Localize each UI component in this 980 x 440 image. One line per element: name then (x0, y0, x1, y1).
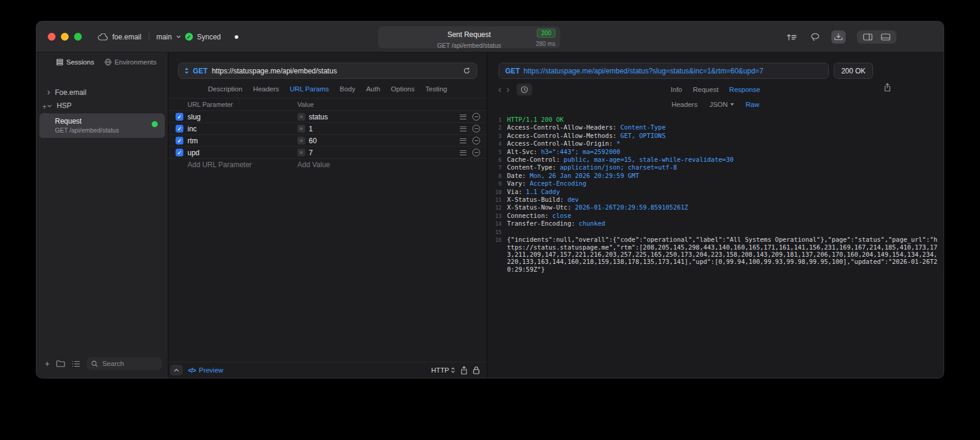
zoom-window-button[interactable] (74, 33, 82, 41)
tree-item-label: Foe.email (55, 88, 87, 97)
close-window-button[interactable] (48, 33, 56, 41)
lock-icon[interactable] (473, 366, 480, 374)
tree-item-label: HSP (57, 101, 72, 110)
add-param-row[interactable]: Add URL Parameter Add Value (168, 159, 487, 171)
branch-name[interactable]: main (156, 33, 172, 41)
response-subtab-raw[interactable]: Raw (746, 101, 760, 108)
new-folder-icon[interactable] (56, 360, 65, 367)
method-updown-icon[interactable] (185, 67, 189, 74)
response-tab-request[interactable]: Request (693, 86, 718, 93)
param-name[interactable]: slug (183, 113, 297, 121)
param-enabled-checkbox[interactable] (176, 149, 183, 156)
line-number: 15 (489, 228, 502, 236)
refresh-icon[interactable] (463, 67, 471, 75)
request-tab-auth[interactable]: Auth (366, 85, 380, 93)
line-number: 10 (489, 188, 502, 196)
add-request-button[interactable]: + (45, 360, 50, 367)
request-tab-body[interactable]: Body (340, 85, 355, 93)
line-number: 9 (489, 180, 502, 187)
value-type-icon[interactable] (297, 137, 305, 144)
request-tab-bar: DescriptionHeadersURL ParamsBodyAuthOpti… (168, 79, 487, 99)
line-number: 6 (489, 156, 502, 164)
reorder-handle-icon[interactable] (460, 139, 466, 143)
sidebar-request-item[interactable]: Request GET /api/embed/status (39, 113, 165, 138)
synced-check-icon: ✓ (185, 33, 193, 41)
chevron-down-icon[interactable] (176, 35, 181, 38)
response-tab-info[interactable]: Info (671, 86, 682, 93)
param-row: upd 7 (168, 147, 487, 159)
sync-status-label[interactable]: Synced (197, 33, 221, 41)
export-box-icon[interactable] (831, 30, 846, 44)
param-value[interactable]: status (309, 113, 328, 121)
param-enabled-checkbox[interactable] (176, 137, 183, 144)
param-value[interactable]: 60 (309, 137, 317, 145)
share-icon[interactable] (460, 366, 468, 375)
response-pane: GET https://statuspage.me/api/embed/stat… (487, 53, 944, 378)
response-subtab-json[interactable]: JSON (709, 101, 734, 108)
request-item-title: Request (55, 117, 159, 125)
reorder-handle-icon[interactable] (460, 115, 466, 119)
request-method[interactable]: GET (193, 67, 208, 75)
sort-order-icon[interactable] (784, 31, 799, 44)
chevron-down-icon[interactable] (47, 104, 52, 107)
history-back-button[interactable]: ‹ (496, 85, 504, 94)
panel-right-icon[interactable] (863, 33, 873, 41)
response-url-bar[interactable]: GET https://statuspage.me/api/embed/stat… (499, 63, 829, 79)
param-value[interactable]: 7 (309, 149, 313, 157)
request-tab-url-params[interactable]: URL Params (290, 85, 328, 93)
chevron-right-icon[interactable] (47, 90, 50, 95)
param-enabled-checkbox[interactable] (176, 125, 183, 133)
tree-item-hsp[interactable]: HSP (36, 99, 168, 112)
request-tab-headers[interactable]: Headers (253, 85, 279, 93)
response-code[interactable]: 1HTTP/1.1 200 OK2Access-Control-Allow-He… (487, 113, 944, 378)
param-name[interactable]: rtm (183, 137, 297, 145)
param-value[interactable]: 1 (309, 125, 313, 133)
response-subtab-headers[interactable]: Headers (671, 101, 697, 108)
lasso-icon[interactable] (808, 30, 822, 44)
history-forward-button[interactable]: › (504, 85, 512, 94)
tree-item-foe-email[interactable]: Foe.email (36, 86, 168, 99)
column-header-name: URL Parameter (168, 101, 297, 108)
preview-label: Preview (199, 367, 223, 374)
export-response-icon[interactable] (884, 83, 891, 92)
add-param-name-placeholder[interactable]: Add URL Parameter (168, 161, 297, 169)
reorder-handle-icon[interactable] (460, 150, 466, 155)
protocol-selector[interactable]: HTTP (431, 367, 455, 374)
request-footer: </> Preview HTTP (168, 362, 487, 378)
value-type-icon[interactable] (297, 113, 305, 121)
sent-request-summary[interactable]: Sent Request 200 GET /api/embed/status 2… (378, 26, 560, 48)
remove-param-button[interactable] (472, 149, 480, 156)
request-tab-testing[interactable]: Testing (425, 85, 447, 93)
param-enabled-checkbox[interactable] (176, 113, 183, 121)
remove-param-button[interactable] (472, 125, 480, 133)
request-tab-options[interactable]: Options (391, 85, 415, 93)
request-url-bar[interactable]: GET https://statuspage.me/api/embed/stat… (178, 63, 477, 79)
param-name[interactable]: inc (183, 125, 297, 133)
sidebar-search[interactable] (87, 357, 162, 370)
params-empty-area (168, 171, 487, 362)
remove-param-button[interactable] (472, 113, 480, 121)
history-clock-button[interactable] (517, 84, 532, 96)
project-name[interactable]: foe.email (112, 33, 142, 41)
line-number: 2 (489, 124, 502, 131)
request-url[interactable]: https://statuspage.me/api/embed/status (212, 67, 459, 75)
titlebar: foe.email main ✓ Synced Sent Request 200… (36, 21, 944, 53)
panel-bottom-icon[interactable] (881, 33, 890, 41)
search-input[interactable] (101, 359, 157, 368)
sidebar-tab-label: Environments (115, 59, 156, 66)
response-tab-response[interactable]: Response (729, 86, 760, 93)
param-name[interactable]: upd (183, 149, 297, 157)
sidebar-tab-environments[interactable]: Environments (105, 59, 156, 66)
value-type-icon[interactable] (297, 125, 305, 133)
minimize-window-button[interactable] (61, 33, 69, 41)
preview-button[interactable]: </> Preview (188, 367, 223, 374)
view-options-icon[interactable] (72, 361, 80, 367)
add-param-value-placeholder[interactable]: Add Value (297, 161, 487, 169)
sidebar-tab-sessions[interactable]: Sessions (56, 59, 94, 66)
value-type-icon[interactable] (297, 149, 305, 156)
expand-console-button[interactable] (170, 365, 183, 376)
remove-param-button[interactable] (472, 137, 480, 144)
request-tab-description[interactable]: Description (208, 85, 242, 93)
line-number: 3 (489, 132, 502, 140)
reorder-handle-icon[interactable] (460, 127, 466, 131)
